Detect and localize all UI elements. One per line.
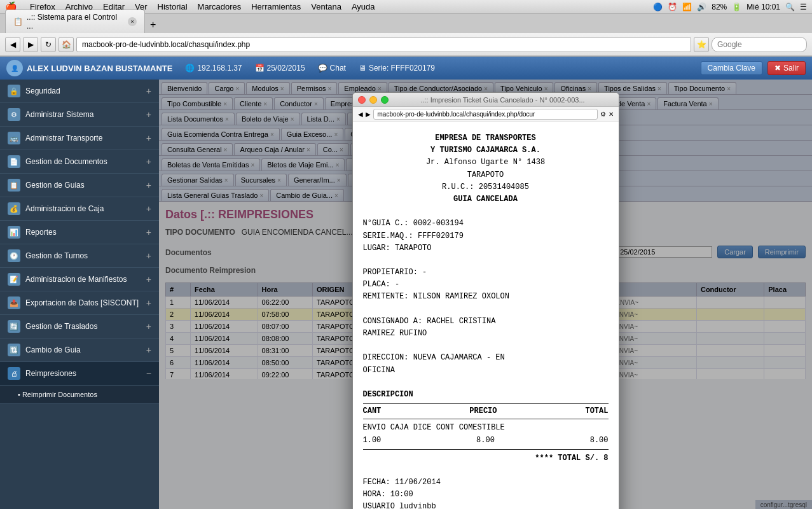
guia-tipo: GUIA CANCELADA [363, 193, 609, 206]
desc-header: CANT PRECIO TOTAL [363, 403, 609, 419]
menu-historial[interactable]: Historial [158, 2, 188, 11]
seguridad-icon: 🔒 [8, 85, 20, 97]
item-total-value: 8.00 [590, 435, 609, 447]
menu-marcadores[interactable]: Marcadores [198, 2, 242, 11]
sidebar-label-turnos: Gestion de Turnos [25, 251, 141, 260]
modal-nav-forward[interactable]: ▶ [366, 111, 371, 118]
fecha-print-line: FECHA: 11/06/2014 [363, 477, 609, 489]
battery-icon: 🔋 [732, 3, 741, 11]
empresa-name2: Y TURISMO CAJAMARCA S.A. [363, 144, 609, 157]
serie-maq-line: SERIE.MAQ.: FFFF020179 [363, 230, 609, 242]
tab-close-button[interactable]: × [128, 17, 137, 26]
modal-minimize-button[interactable] [369, 96, 377, 104]
expand-icon-transporte: + [146, 133, 151, 143]
sidebar-item-reimprimir-documentos[interactable]: • Reimprimir Documentos [0, 386, 159, 404]
sidebar-label-administrar-sistema: Administrar Sistema [25, 110, 141, 119]
url-bar[interactable] [76, 37, 691, 52]
modal-close-button[interactable] [358, 96, 366, 104]
direccion2-line: DIRECCION: NUEVA CAJAMARCA - EN [363, 352, 609, 364]
sidebar-item-traslados[interactable]: 🔄 Gestion de Traslados + [0, 315, 159, 338]
sidebar-item-administracion-caja[interactable]: 💰 Administracion de Caja + [0, 197, 159, 221]
propietario-line: PROPIETARIO: - [363, 267, 609, 279]
modal-maximize-button[interactable] [381, 96, 389, 104]
new-tab-button[interactable]: + [145, 17, 161, 33]
bookmark-button[interactable]: ⭐ [694, 37, 709, 52]
browser-tab[interactable]: 📋 ..:: Sistema para el Control ... × [5, 10, 145, 33]
modal-url-input[interactable] [373, 109, 598, 120]
expand-icon-traslados: + [146, 321, 151, 331]
expand-icon-guias: + [146, 180, 151, 190]
cambio-guia-icon: 🔃 [8, 344, 20, 356]
ip-display: 🌐 192.168.1.37 [185, 64, 242, 73]
home-button[interactable]: 🏠 [58, 37, 74, 52]
traslados-icon: 🔄 [8, 320, 20, 333]
item-values: 1.00 8.00 8.00 [363, 435, 609, 447]
direccion3-line: OFICINA [363, 365, 609, 377]
empresa-ruc: R.U.C.: 20531404085 [363, 181, 609, 193]
placa-line: PLACA: - [363, 279, 609, 291]
back-button[interactable]: ◀ [5, 37, 20, 52]
cambiar-clave-button[interactable]: Cambia Clave [701, 61, 762, 75]
refresh-button[interactable]: ↻ [41, 37, 56, 52]
clock-display: Mié 10:01 [747, 3, 780, 11]
search-icon[interactable]: 🔍 [785, 3, 795, 11]
sidebar-item-manifiestos[interactable]: 📝 Administracion de Manifiestos + [0, 268, 159, 291]
sidebar-item-reportes[interactable]: 📊 Reportes + [0, 221, 159, 244]
date-value: 25/02/2015 [267, 64, 305, 73]
bluetooth-icon: 🔵 [653, 3, 663, 11]
sidebar-item-gestion-documentos[interactable]: 📄 Gestion de Documentos + [0, 150, 159, 174]
expand-icon-manifiestos: + [146, 274, 151, 284]
battery-percent: 82% [712, 3, 727, 11]
sidebar-item-gestion-guias[interactable]: 📋 Gestion de Guias + [0, 174, 159, 197]
sidebar-item-administrar-transporte[interactable]: 🚌 Administrar Transporte + [0, 127, 159, 150]
nav-bar: ◀ ▶ ↻ 🏠 ⭐ [0, 33, 812, 56]
serie-display: 🖥 Serie: FFFF020179 [359, 64, 435, 73]
avatar: 👤 [6, 60, 23, 76]
manifiestos-icon: 📝 [8, 273, 20, 286]
sidebar-item-seguridad[interactable]: 🔒 Seguridad + [0, 80, 159, 103]
sidebar-item-gestion-turnos[interactable]: 🕐 Gestion de Turnos + [0, 244, 159, 268]
sidebar-item-exportacion[interactable]: 📤 Exportacion de Datos [SISCONT] + [0, 291, 159, 315]
expand-icon-documentos: + [146, 157, 151, 167]
menu-icon[interactable]: ☰ [800, 3, 807, 11]
date-display: 📅 25/02/2015 [255, 64, 305, 73]
sidebar-label-cambio-guia: Cambio de Guia [25, 345, 141, 354]
reimpresiones-icon: 🖨 [8, 367, 20, 380]
calendar-icon: 📅 [255, 64, 265, 73]
main-layout: 🔒 Seguridad + ⚙ Administrar Sistema + 🚌 … [0, 80, 812, 509]
menu-ayuda[interactable]: Ayuda [352, 2, 375, 11]
modal-body: EMPRESA DE TRANSPORTES Y TURISMO CAJAMAR… [353, 122, 619, 509]
tab-favicon: 📋 [13, 17, 23, 26]
menu-ventana[interactable]: Ventana [311, 2, 341, 11]
empresa-ciudad: TARAPOTO [363, 169, 609, 181]
empresa-direccion: Jr. Alfonso Ugarte N° 1438 [363, 157, 609, 169]
sidebar-item-administrar-sistema[interactable]: ⚙ Administrar Sistema + [0, 103, 159, 127]
total-line: **** TOTAL S/. 8 [363, 452, 609, 464]
sidebar-item-reimpresiones[interactable]: 🖨 Reimpresiones − [0, 362, 159, 386]
forward-button[interactable]: ▶ [23, 37, 38, 52]
sidebar-submenu-reimpresiones: • Reimprimir Documentos [0, 386, 159, 404]
chat-item[interactable]: 💬 Chat [318, 64, 346, 73]
clock-icon: ⏰ [668, 3, 677, 11]
network-icon: 🌐 [185, 64, 195, 73]
sidebar-item-cambio-guia[interactable]: 🔃 Cambio de Guia + [0, 338, 159, 362]
menu-herramientas[interactable]: Herramientas [251, 2, 301, 11]
search-bar[interactable] [712, 37, 807, 52]
modal-overlay: ..:: Impresion Ticket Guia Cancelado - N… [159, 80, 812, 509]
wifi-icon: 📶 [682, 3, 692, 11]
app-header: 👤 ALEX LUDVIN BAZAN BUSTAMANTE 🌐 192.168… [0, 57, 812, 80]
item-cant-value: 1.00 [363, 435, 382, 447]
modal-nav-icon[interactable]: ⚙ [600, 111, 606, 118]
salir-button[interactable]: ✖ Salir [767, 61, 806, 75]
user-info: 👤 ALEX LUDVIN BAZAN BUSTAMANTE [6, 60, 172, 76]
sidebar-label-exportacion: Exportacion de Datos [SISCONT] [25, 298, 141, 307]
expand-icon-exportacion: + [146, 298, 151, 308]
expand-icon-caja: + [146, 204, 151, 214]
sidebar-label-reimpresiones: Reimpresiones [25, 369, 141, 378]
sidebar-label-manifiestos: Administracion de Manifiestos [25, 275, 141, 284]
modal-nav-back[interactable]: ◀ [358, 111, 363, 118]
expand-icon-reportes: + [146, 227, 151, 237]
tab-title: ..:: Sistema para el Control ... [27, 13, 124, 31]
modal-close-x[interactable]: ✕ [609, 111, 614, 118]
sidebar-label-caja: Administracion de Caja [25, 204, 141, 213]
